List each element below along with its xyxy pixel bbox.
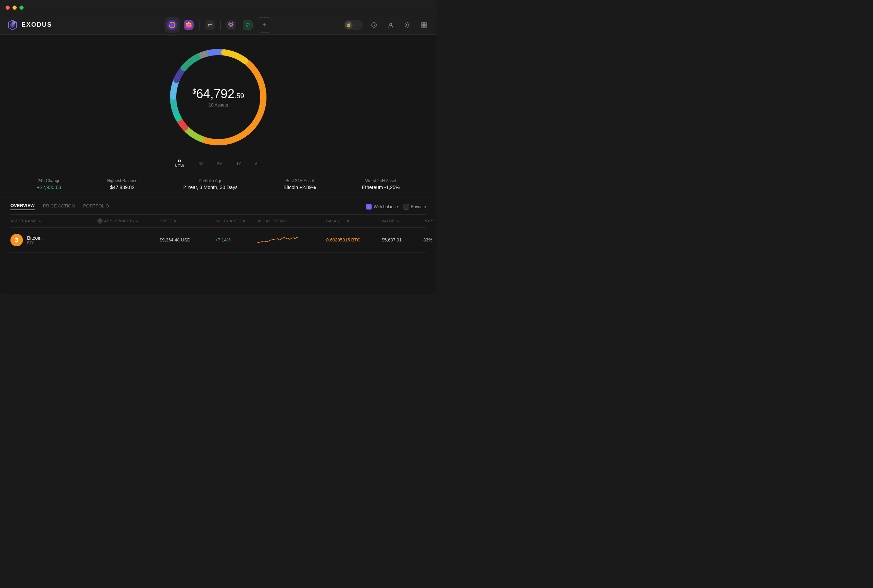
stat-worst-value: Ethereum -1,25% (362, 184, 400, 190)
tab-nft[interactable]: 👾 (224, 17, 239, 33)
stat-24h-value: +$2,930.03 (37, 184, 61, 190)
col-24h-sort-icon: ⇅ (243, 219, 246, 223)
btc-value: $5,637.91 (382, 237, 423, 243)
col-balance-label: BALANCE (326, 219, 345, 223)
portfolio-amount-cents: .59 (234, 92, 244, 99)
btc-portfolio-pct: 33% (423, 237, 436, 243)
col-trend[interactable]: 30 DAY TREND (257, 218, 326, 224)
lock-icon: 🔒 (345, 21, 352, 29)
timeline-label-1y: 1Y (236, 162, 241, 166)
col-portfolio[interactable]: PORTFOLIO % ⇅ (423, 218, 436, 224)
tab-price-action[interactable]: PRICE ACTION (43, 203, 75, 210)
filter-with-balance[interactable]: ✓ With balance (366, 204, 398, 210)
settings-icon[interactable] (402, 20, 413, 30)
maximize-button[interactable] (20, 6, 24, 10)
close-button[interactable] (6, 6, 10, 10)
favorite-label: Favorite (411, 204, 426, 209)
portfolio-amount-main: 64,792 (196, 87, 234, 101)
minimize-button[interactable] (12, 6, 16, 10)
web3-icon: 🛡 (245, 22, 250, 28)
col-asset-sort-icon: ⇅ (38, 219, 41, 223)
col-price-label: PRICE (160, 219, 172, 223)
col-asset-name-label: ASSET NAME (10, 219, 37, 223)
stat-best-label: Best 24H Asset (284, 178, 316, 183)
btc-balance: 0.60205315 BTC (326, 237, 382, 243)
tab-web3[interactable]: 🛡 (240, 17, 255, 33)
timeline-label-1m: 1M (198, 162, 203, 166)
table-row[interactable]: ₿ Bitcoin BTC $9,364.48 USD +7.14% 0.602… (10, 228, 426, 252)
col-24h[interactable]: 24H CHANGE ⇅ (215, 218, 257, 224)
stat-best-value: Bitcoin +2.89% (284, 184, 316, 190)
timeline-1m[interactable]: 1M (198, 162, 203, 166)
btc-price: $9,364.48 USD (160, 237, 215, 243)
timeline-dot-now (178, 160, 181, 162)
tab-portfolio[interactable]: PORTFOLIO (83, 203, 109, 210)
profile-icon[interactable] (385, 20, 396, 30)
col-value-sort-icon: ⇅ (396, 219, 399, 223)
timeline-1y[interactable]: 1Y (236, 162, 241, 166)
tab-exchange[interactable]: ⇄ (202, 17, 218, 33)
svg-point-6 (406, 24, 408, 26)
stat-highest-balance: Highest Balance $47,839.82 (107, 178, 137, 190)
stat-worst-asset: Worst 24H Asset Ethereum -1,25% (362, 178, 400, 190)
btc-24h-change: +7.14% (215, 237, 257, 243)
timeline-label-6m: 6M (217, 162, 222, 166)
exchange-icon: ⇄ (208, 21, 212, 28)
col-asset-name[interactable]: ASSET NAME ⇅ (10, 218, 97, 224)
svg-rect-9 (422, 26, 424, 27)
col-apy[interactable]: ? APY REWARDS ⇅ (97, 218, 160, 224)
svg-point-5 (390, 23, 392, 26)
logo: EXODUS (7, 20, 52, 30)
history-icon[interactable] (369, 20, 380, 30)
header-right: 🔒 (344, 20, 429, 30)
col-balance[interactable]: BALANCE ⇅ (326, 218, 382, 224)
btc-name: Bitcoin (27, 235, 42, 241)
exodus-logo-icon (7, 20, 18, 30)
btc-symbol: BTC (27, 241, 42, 245)
col-value[interactable]: VALUE ⇅ (382, 218, 423, 224)
stats-row: 24h Change +$2,930.03 Highest Balance $4… (0, 175, 436, 197)
wallet-icon: 👛 (185, 21, 192, 28)
timeline-label-all: ALL (255, 162, 262, 166)
grid-icon[interactable] (418, 20, 429, 30)
logo-text: EXODUS (21, 21, 52, 28)
stat-highest-label: Highest Balance (107, 178, 137, 183)
btc-trend (257, 232, 326, 248)
nft-icon: 👾 (228, 21, 234, 28)
tab-wallet[interactable]: 👛 (181, 17, 196, 33)
donut-center-info: $64,792.59 10 Assets (192, 87, 244, 108)
portfolio-total: $64,792.59 (192, 87, 244, 101)
portfolio-icon (169, 21, 176, 28)
table-section: OVERVIEW PRICE ACTION PORTFOLIO ✓ With b… (0, 197, 436, 252)
tab-add[interactable]: + (257, 17, 272, 33)
lock-toggle[interactable]: 🔒 (344, 20, 363, 30)
asset-info-btc: ₿ Bitcoin BTC (10, 234, 97, 246)
stat-age-value: 2 Year, 3 Month, 30 Days (183, 184, 237, 190)
add-tab-icon: + (262, 21, 267, 29)
col-balance-sort-icon: ⇅ (346, 219, 350, 223)
stat-24h-change: 24h Change +$2,930.03 (37, 178, 61, 190)
btc-icon: ₿ (10, 234, 23, 246)
portfolio-donut-chart: $64,792.59 10 Assets (163, 42, 274, 153)
table-tabs: OVERVIEW PRICE ACTION PORTFOLIO ✓ With b… (10, 197, 426, 215)
titlebar (0, 0, 436, 15)
apy-help-icon[interactable]: ? (97, 218, 103, 224)
timeline-6m[interactable]: 6M (217, 162, 222, 166)
table-header: ASSET NAME ⇅ ? APY REWARDS ⇅ PRICE ⇅ 24H… (10, 215, 426, 228)
col-price[interactable]: PRICE ⇅ (160, 218, 215, 224)
stat-best-asset: Best 24H Asset Bitcoin +2.89% (284, 178, 316, 190)
filter-favorite[interactable]: Favorite (404, 204, 426, 210)
col-portfolio-label: PORTFOLIO % (423, 219, 436, 223)
with-balance-checkbox[interactable]: ✓ (366, 204, 372, 210)
col-apy-sort-icon: ⇅ (135, 219, 138, 223)
stat-highest-value: $47,839.82 (107, 184, 137, 190)
timeline-all[interactable]: ALL (255, 162, 262, 166)
timeline-now[interactable]: NOW (175, 160, 184, 168)
stat-age-label: Portfolio Age (183, 178, 237, 183)
timeline-label-now: NOW (175, 164, 184, 168)
favorite-checkbox[interactable] (404, 204, 409, 210)
tab-portfolio[interactable] (165, 17, 180, 33)
tab-overview[interactable]: OVERVIEW (10, 203, 35, 210)
col-24h-label: 24H CHANGE (215, 219, 241, 223)
stat-worst-label: Worst 24H Asset (362, 178, 400, 183)
